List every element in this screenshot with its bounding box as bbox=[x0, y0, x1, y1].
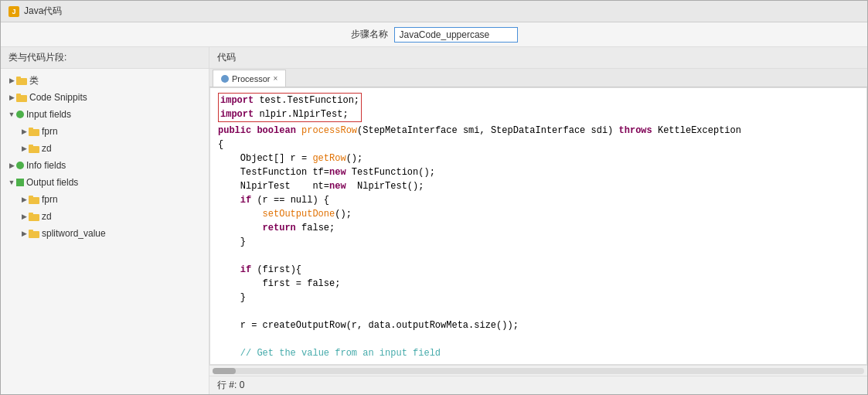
tree-arrow-fprn-output[interactable]: ▶ bbox=[19, 195, 29, 204]
tab-processor-close[interactable]: × bbox=[274, 74, 278, 83]
tree-item-output-fields[interactable]: ▼ Output fields bbox=[1, 174, 209, 191]
folder-icon-fprn-output bbox=[29, 196, 39, 204]
main-content: 类与代码片段: ▶ 类 ▶ Code Snippits bbox=[1, 47, 867, 394]
right-panel: 代码 Processor × import test.TestFunction;… bbox=[209, 47, 867, 394]
status-bar: 行 #: 0 bbox=[209, 376, 867, 394]
tree-item-fprn-output[interactable]: ▶ fprn bbox=[1, 191, 209, 208]
processor-tab[interactable]: Processor × bbox=[213, 70, 286, 87]
main-window: J Java代码 步骤名称 类与代码片段: ▶ 类 ▶ bbox=[0, 0, 868, 395]
tree-arrow-info-fields[interactable]: ▶ bbox=[7, 161, 16, 170]
tree-label-snippits: Code Snippits bbox=[29, 92, 87, 103]
folder-icon-zd-input bbox=[29, 145, 39, 153]
tree-arrow-class[interactable]: ▶ bbox=[7, 76, 16, 85]
folder-icon-snippits bbox=[16, 94, 27, 102]
code-content: import test.TestFunction; import nlpir.N… bbox=[218, 93, 859, 365]
input-fields-icon bbox=[16, 111, 24, 118]
tree-item-input-fields[interactable]: ▼ Input fields bbox=[1, 106, 209, 123]
tree-item-zd-output[interactable]: ▶ zd bbox=[1, 208, 209, 225]
tree-arrow-snippits[interactable]: ▶ bbox=[7, 93, 16, 102]
status-text: 行 #: 0 bbox=[217, 379, 244, 392]
tree-label-output-fields: Output fields bbox=[26, 177, 78, 188]
tree-label-zd-input: zd bbox=[42, 143, 52, 154]
step-name-input[interactable] bbox=[394, 27, 518, 43]
tab-bar: Processor × bbox=[209, 69, 867, 87]
tree-arrow-zd-input[interactable]: ▶ bbox=[19, 144, 29, 153]
tree-arrow-zd-output[interactable]: ▶ bbox=[19, 212, 29, 221]
tree-label-info-fields: Info fields bbox=[26, 160, 66, 171]
title-bar: J Java代码 bbox=[1, 1, 867, 22]
folder-icon-splitword bbox=[29, 230, 39, 238]
tree-arrow-fprn-input[interactable]: ▶ bbox=[19, 127, 29, 136]
h-scrollbar-thumb[interactable] bbox=[213, 368, 236, 374]
folder-icon-fprn-input bbox=[29, 128, 39, 136]
tree-item-zd-input[interactable]: ▶ zd bbox=[1, 140, 209, 157]
tab-processor-label: Processor bbox=[232, 74, 271, 83]
tree-item-splitword-value[interactable]: ▶ splitword_value bbox=[1, 225, 209, 242]
folder-icon-zd-output bbox=[29, 213, 39, 221]
code-label: 代码 bbox=[209, 47, 867, 69]
tree-item-class[interactable]: ▶ 类 bbox=[1, 72, 209, 89]
tree-label-input-fields: Input fields bbox=[26, 109, 71, 120]
h-scrollbar-area[interactable] bbox=[209, 365, 867, 376]
info-fields-icon bbox=[16, 162, 24, 169]
app-icon: J bbox=[9, 6, 19, 17]
tree-item-snippits[interactable]: ▶ Code Snippits bbox=[1, 89, 209, 106]
tree-arrow-output-fields[interactable]: ▼ bbox=[7, 178, 16, 187]
tree-label-splitword: splitword_value bbox=[42, 228, 106, 239]
tree-arrow-input-fields[interactable]: ▼ bbox=[7, 110, 16, 119]
tree-label-fprn-output: fprn bbox=[42, 194, 58, 205]
step-name-label: 步骤名称 bbox=[351, 28, 388, 41]
left-panel: 类与代码片段: ▶ 类 ▶ Code Snippits bbox=[1, 47, 209, 394]
code-editor[interactable]: import test.TestFunction; import nlpir.N… bbox=[209, 87, 867, 365]
tree-item-info-fields[interactable]: ▶ Info fields bbox=[1, 157, 209, 174]
tree-item-fprn-input[interactable]: ▶ fprn bbox=[1, 123, 209, 140]
step-name-bar: 步骤名称 bbox=[1, 22, 867, 47]
tree-arrow-splitword[interactable]: ▶ bbox=[19, 229, 29, 238]
folder-icon-class bbox=[16, 77, 27, 85]
tree-label-class: 类 bbox=[29, 74, 39, 87]
h-scrollbar[interactable] bbox=[213, 368, 864, 374]
window-title: Java代码 bbox=[24, 5, 62, 18]
tab-processor-icon bbox=[221, 75, 229, 83]
left-panel-header: 类与代码片段: bbox=[1, 47, 209, 69]
output-fields-icon bbox=[16, 179, 24, 186]
tree-label-zd-output: zd bbox=[42, 211, 52, 222]
tree-container[interactable]: ▶ 类 ▶ Code Snippits ▼ Input fields bbox=[1, 69, 209, 394]
tree-label-fprn-input: fprn bbox=[42, 126, 58, 137]
